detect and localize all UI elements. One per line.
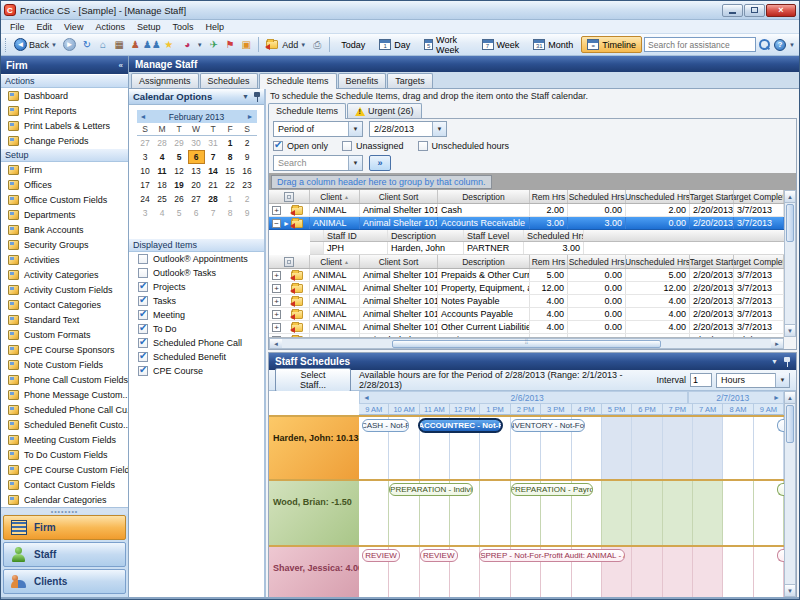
staff-schedules-menu-icon[interactable]: ▼ bbox=[771, 358, 778, 365]
refresh-icon[interactable]: ↻ bbox=[80, 37, 94, 52]
forward-button[interactable]: ► bbox=[61, 37, 78, 52]
grid-column-header[interactable]: Unscheduled Hrs bbox=[626, 255, 690, 268]
calendar-day[interactable]: 1 bbox=[222, 136, 239, 150]
sidebar-item[interactable]: Dashboard bbox=[1, 88, 128, 103]
calendar-day[interactable]: 7 bbox=[205, 150, 222, 164]
calendar-day[interactable]: 17 bbox=[137, 178, 154, 192]
schedule-event[interactable]: PREPARATION - Payro bbox=[511, 483, 593, 496]
checkbox[interactable] bbox=[342, 141, 352, 151]
sidebar-item[interactable]: Security Groups bbox=[1, 237, 128, 252]
expand-row-button[interactable]: + bbox=[272, 206, 281, 215]
timeline-cell-nonworking[interactable] bbox=[693, 481, 723, 545]
tab-urgent-26-[interactable]: Urgent (26) bbox=[347, 103, 422, 118]
sidebar-item[interactable]: Change Periods bbox=[1, 133, 128, 148]
checkbox[interactable] bbox=[418, 141, 428, 151]
grid-row[interactable]: +ANIMALAnimal Shelter 101Cash2.000.002.0… bbox=[269, 204, 784, 217]
grid-row[interactable]: +ANIMALAnimal Shelter 101Accounts Payabl… bbox=[269, 308, 784, 321]
timeline-cell-nonworking[interactable] bbox=[632, 417, 662, 479]
calendar-day[interactable]: 7 bbox=[205, 206, 222, 220]
displayed-item[interactable]: Projects bbox=[129, 280, 264, 294]
group-by-band[interactable]: Drag a column header here to group by th… bbox=[269, 173, 796, 190]
displayed-item[interactable]: CPE Course bbox=[129, 364, 264, 378]
calendar-day[interactable]: 31 bbox=[205, 136, 222, 150]
close-button[interactable]: × bbox=[766, 4, 796, 17]
next-month-icon[interactable]: ► bbox=[247, 113, 254, 120]
nav-button-firm[interactable]: Firm bbox=[3, 515, 126, 540]
tab-assignments[interactable]: Assignments bbox=[131, 73, 199, 88]
expand-row-button[interactable]: + bbox=[272, 310, 281, 319]
calendar-day[interactable]: 28 bbox=[154, 136, 171, 150]
expand-row-button[interactable]: + bbox=[272, 323, 281, 332]
expand-row-button[interactable]: − bbox=[272, 219, 281, 228]
grid-row[interactable]: +ANIMALAnimal Shelter 101Property, Equip… bbox=[269, 282, 784, 295]
sidebar-item[interactable]: Bank Accounts bbox=[1, 222, 128, 237]
checkbox[interactable] bbox=[138, 324, 148, 334]
grid-column-header[interactable]: Target Complete bbox=[734, 190, 784, 203]
grid-vertical-scrollbar[interactable]: ▲▼ bbox=[784, 190, 796, 337]
period-date-select[interactable]: 2/28/2013▼ bbox=[369, 121, 447, 137]
timeline-cell-nonworking[interactable] bbox=[663, 417, 693, 479]
grid-column-header[interactable]: Client Sort bbox=[360, 255, 438, 268]
grid-column-header[interactable]: Description bbox=[438, 255, 530, 268]
tab-schedules[interactable]: Schedules bbox=[200, 73, 258, 88]
expand-row-button[interactable]: + bbox=[272, 297, 281, 306]
displayed-item[interactable]: To Do bbox=[129, 322, 264, 336]
tab-targets[interactable]: Targets bbox=[387, 73, 433, 88]
flag-icon[interactable]: ⚑ bbox=[223, 37, 237, 52]
staff-schedules-pin-icon[interactable] bbox=[784, 357, 790, 367]
staff-name-label[interactable]: Wood, Brian: -1.50 bbox=[269, 481, 359, 545]
displayed-item[interactable]: Meeting bbox=[129, 308, 264, 322]
prev-month-icon[interactable]: ◄ bbox=[140, 113, 147, 120]
menu-file[interactable]: File bbox=[5, 21, 30, 33]
calendar-day[interactable]: 22 bbox=[222, 178, 239, 192]
calendar-day[interactable]: 27 bbox=[137, 136, 154, 150]
sidebar-item[interactable]: To Do Custom Fields bbox=[1, 447, 128, 462]
tab-schedule-items[interactable]: Schedule Items bbox=[259, 73, 337, 89]
sidebar-item[interactable]: CPE Course Custom Fields bbox=[1, 462, 128, 477]
timeline-cell[interactable] bbox=[359, 481, 389, 545]
grid-row[interactable]: +ANIMALAnimal Shelter 101Notes Payable4.… bbox=[269, 295, 784, 308]
checkbox[interactable] bbox=[138, 366, 148, 376]
calendar-day[interactable]: 8 bbox=[222, 150, 239, 164]
grid-column-header[interactable]: Target Complete bbox=[734, 255, 784, 268]
sidebar-item[interactable]: Contact Custom Fields bbox=[1, 477, 128, 492]
subgrid-column-header[interactable]: Staff Level bbox=[464, 230, 524, 241]
tab-benefits[interactable]: Benefits bbox=[338, 73, 387, 88]
calendar-day[interactable]: 15 bbox=[222, 164, 239, 178]
schedule-event[interactable] bbox=[777, 419, 784, 432]
checkbox[interactable] bbox=[273, 141, 283, 151]
sidebar-item[interactable]: Phone Message Custom.. bbox=[1, 387, 128, 402]
sidebar-item[interactable]: Contact Categories bbox=[1, 297, 128, 312]
schedule-event[interactable]: PREPARATION - Indivi bbox=[389, 483, 472, 496]
menu-help[interactable]: Help bbox=[200, 21, 229, 33]
view-button-timeline[interactable]: =Timeline bbox=[581, 36, 642, 53]
back-button[interactable]: ◄ Back▼ bbox=[12, 37, 59, 52]
menu-setup[interactable]: Setup bbox=[132, 21, 166, 33]
timeline-cell-nonworking[interactable] bbox=[632, 547, 662, 597]
view-button-month[interactable]: 31Month bbox=[527, 36, 579, 53]
sidebar-item[interactable]: Phone Call Custom Fields bbox=[1, 372, 128, 387]
print-icon[interactable]: ⎙ bbox=[310, 37, 324, 52]
calendar-day[interactable]: 19 bbox=[171, 178, 188, 192]
timeline-cell-nonworking[interactable] bbox=[602, 417, 632, 479]
search-icon[interactable] bbox=[759, 39, 771, 51]
grid-row-selected[interactable]: −►ANIMALAnimal Shelter 101Accounts Recei… bbox=[269, 217, 784, 230]
timeline-cell-nonworking[interactable] bbox=[693, 547, 723, 597]
grid-selector-icon[interactable] bbox=[284, 192, 294, 202]
sidebar-item[interactable]: CPE Course Sponsors bbox=[1, 342, 128, 357]
grid-column-header[interactable]: Scheduled Hrs bbox=[568, 255, 626, 268]
filter-open-only[interactable]: Open only bbox=[273, 141, 328, 151]
sidebar-item[interactable]: Custom Formats bbox=[1, 327, 128, 342]
schedule-event[interactable] bbox=[777, 549, 784, 562]
schedule-event[interactable]: REVIEW bbox=[420, 549, 458, 562]
grid-column-header[interactable]: Scheduled Hrs bbox=[568, 190, 626, 203]
staff-groups-icon[interactable]: ♟♟ bbox=[145, 37, 160, 52]
interval-unit-select[interactable]: Hours▼ bbox=[716, 373, 790, 388]
grid-column-header[interactable]: Rem Hrs bbox=[530, 190, 568, 203]
expand-row-button[interactable]: + bbox=[272, 271, 281, 280]
grid-horizontal-scrollbar[interactable]: ◄► bbox=[269, 338, 784, 349]
calendar-day[interactable]: 14 bbox=[205, 164, 222, 178]
grid-column-header[interactable]: Target Start bbox=[690, 190, 734, 203]
timeline-vertical-scrollbar[interactable]: ▲▼ bbox=[784, 391, 796, 597]
calendar-day[interactable]: 12 bbox=[171, 164, 188, 178]
